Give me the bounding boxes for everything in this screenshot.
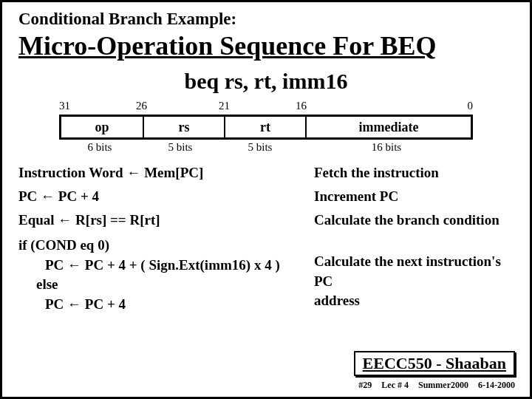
step-row: Equal ← R[rs] == R[rt] Calculate the bra… (18, 211, 514, 229)
step-rhs: Calculate the branch condition (314, 211, 514, 229)
size-rs: 5 bits (140, 141, 220, 154)
bit-positions: 31 26 21 16 0 (59, 100, 473, 115)
field-rs: rs (144, 117, 225, 137)
step-rhs: Increment PC (314, 188, 514, 205)
step-rhs: Fetch the instruction (314, 164, 514, 182)
bit-0: 0 (468, 100, 474, 112)
cond-else-body: PC ← PC + 4 (18, 295, 314, 315)
slide: Conditional Branch Example: Micro-Operat… (0, 0, 532, 399)
cond-if: if (COND eq 0) (18, 236, 314, 256)
slide-number: #29 (358, 380, 372, 390)
size-row: 6 bits 5 bits 5 bits 16 bits (59, 141, 473, 154)
cond-else: else (18, 275, 314, 295)
field-row: op rs rt immediate (59, 115, 473, 140)
field-op: op (61, 117, 144, 137)
step-lhs: PC ← PC + 4 (18, 188, 314, 205)
cond-left: if (COND eq 0) PC ← PC + 4 + ( Sign.Ext(… (18, 236, 314, 314)
instruction-syntax: beq rs, rt, imm16 (18, 69, 514, 94)
branch-condition-block: if (COND eq 0) PC ← PC + 4 + ( Sign.Ext(… (18, 236, 514, 314)
bit-21: 21 (219, 100, 230, 112)
step-row: PC ← PC + 4 Increment PC (18, 188, 514, 205)
bit-26: 26 (136, 100, 147, 112)
instruction-format: 31 26 21 16 0 op rs rt immediate 6 bits … (59, 100, 473, 154)
date: 6-14-2000 (478, 380, 515, 390)
course-box: EECC550 - Shaaban (354, 351, 515, 376)
cond-desc-1: Calculate the next instruction's PC (314, 252, 514, 291)
field-immediate: immediate (307, 117, 471, 137)
supertitle: Conditional Branch Example: (18, 10, 514, 29)
step-row: Instruction Word ← Mem[PC] Fetch the ins… (18, 164, 514, 182)
step-lhs: Equal ← R[rs] == R[rt] (18, 211, 314, 229)
bit-31: 31 (59, 100, 70, 112)
title: Micro-Operation Sequence For BEQ (18, 30, 514, 61)
bit-16: 16 (296, 100, 307, 112)
cond-desc-2: address (314, 291, 514, 311)
lecture-number: Lec # 4 (381, 380, 409, 390)
size-op: 6 bits (59, 141, 140, 154)
micro-op-steps: Instruction Word ← Mem[PC] Fetch the ins… (18, 164, 514, 228)
step-lhs: Instruction Word ← Mem[PC] (18, 164, 314, 182)
cond-right: Calculate the next instruction's PC addr… (314, 236, 514, 314)
cond-then: PC ← PC + 4 + ( Sign.Ext(imm16) x 4 ) (18, 256, 314, 276)
size-immediate: 16 bits (300, 141, 473, 154)
field-rt: rt (225, 117, 307, 137)
term: Summer2000 (418, 380, 468, 390)
size-rt: 5 bits (220, 141, 300, 154)
footer-line: #29 Lec # 4 Summer2000 6-14-2000 (351, 380, 515, 391)
